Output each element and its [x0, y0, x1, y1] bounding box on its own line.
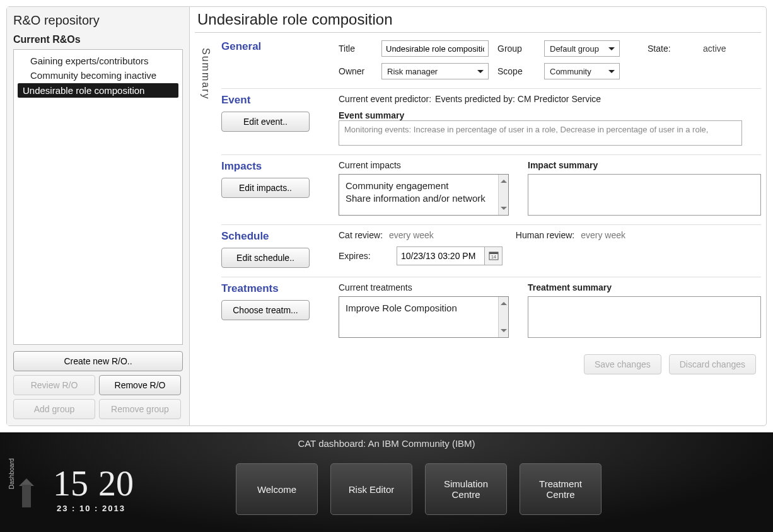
edit-schedule-button[interactable]: Edit schedule..	[221, 248, 310, 268]
cat-review-label: Cat review:	[339, 230, 383, 240]
scroll-down-icon[interactable]	[501, 207, 507, 213]
scroll-up-icon[interactable]	[501, 176, 507, 183]
section-schedule: Schedule Edit schedule.. Cat review: eve…	[221, 224, 761, 277]
current-impacts-label: Current impacts	[339, 160, 509, 170]
human-review-label: Human review:	[516, 230, 574, 240]
section-general: General Title Group Default group State:…	[221, 35, 761, 88]
impact-summary-area[interactable]	[528, 174, 761, 216]
section-impacts: Impacts Edit impacts.. Current impacts C…	[221, 154, 761, 224]
edit-impacts-button[interactable]: Edit impacts..	[221, 178, 310, 198]
list-item[interactable]: Undesirable role composition	[18, 83, 178, 98]
cat-review-value: every week	[389, 230, 434, 240]
impacts-listbox[interactable]: Community engagement Share information a…	[339, 174, 509, 216]
arrow-up-icon	[19, 471, 34, 486]
page-title: Undesirable role composition	[195, 7, 761, 33]
treatments-listbox[interactable]: Improve Role Composition	[339, 296, 509, 338]
scrollbar[interactable]	[498, 297, 508, 337]
event-label: Event	[221, 94, 327, 107]
dock-title: CAT dashboard: An IBM Community (IBM)	[0, 433, 773, 451]
schedule-label: Schedule	[221, 230, 327, 243]
scope-select[interactable]: Community	[544, 63, 620, 79]
dashboard-toggle-label: Dashboard	[8, 458, 15, 489]
list-item[interactable]: Community engagement	[346, 180, 502, 192]
owner-select-value: Risk manager	[387, 67, 438, 76]
treatment-summary-area[interactable]	[528, 296, 761, 338]
main-panel: Undesirable role composition Summary Gen…	[190, 7, 766, 425]
treatments-label: Treatments	[221, 282, 327, 295]
state-label: State:	[648, 43, 685, 54]
event-summary-label: Event summary	[339, 110, 761, 120]
add-group-button[interactable]: Add group	[13, 399, 95, 419]
tile-treatment-centre[interactable]: Treatment Centre	[520, 463, 602, 515]
create-ro-button[interactable]: Create new R/O..	[13, 351, 183, 371]
event-predictor-label: Current event predictor:	[339, 94, 431, 104]
general-label: General	[221, 40, 327, 53]
current-treatments-label: Current treatments	[339, 282, 509, 292]
expires-input[interactable]	[397, 246, 485, 265]
group-label: Group	[497, 43, 535, 54]
sidebar-title: R&O repository	[13, 13, 183, 28]
dashboard-dock: CAT dashboard: An IBM Community (IBM) Da…	[0, 432, 773, 532]
list-item[interactable]: Improve Role Composition	[346, 302, 502, 315]
owner-label: Owner	[339, 66, 373, 76]
clock-minutes: 20	[98, 464, 134, 503]
sidebar: R&O repository Current R&Os Gaining expe…	[7, 7, 190, 425]
group-select[interactable]: Default group	[544, 40, 620, 57]
clock-date: 23 : 10 : 2013	[57, 504, 125, 513]
treatment-summary-label: Treatment summary	[528, 282, 761, 292]
expires-label: Expires:	[339, 251, 388, 261]
svg-rect-1	[489, 252, 498, 254]
review-ro-button[interactable]: Review R/O	[13, 375, 95, 395]
tile-risk-editor[interactable]: Risk Editor	[330, 463, 412, 515]
clock-hours: 15	[53, 464, 88, 503]
arrow-stem-icon	[22, 485, 31, 507]
summary-rail-label: Summary	[200, 48, 211, 100]
impact-summary-label: Impact summary	[528, 160, 761, 170]
section-event: Event Edit event.. Current event predict…	[221, 88, 761, 154]
impacts-label: Impacts	[221, 160, 327, 173]
owner-select[interactable]: Risk manager	[381, 63, 489, 79]
human-review-value: every week	[581, 230, 625, 240]
discard-button[interactable]: Discard changes	[669, 354, 756, 374]
scope-label: Scope	[497, 66, 535, 76]
tile-welcome[interactable]: Welcome	[236, 463, 318, 515]
calendar-icon[interactable]: 14	[485, 246, 503, 265]
tile-simulation-centre[interactable]: Simulation Centre	[425, 463, 507, 515]
scrollbar[interactable]	[498, 175, 508, 215]
remove-group-button[interactable]: Remove group	[99, 399, 181, 419]
svg-text:14: 14	[491, 255, 496, 259]
list-item[interactable]: Community becoming inactive	[14, 68, 182, 83]
list-item[interactable]: Gaining experts/contributors	[14, 54, 182, 68]
title-label: Title	[339, 43, 373, 54]
scroll-up-icon[interactable]	[501, 299, 507, 305]
event-predictor-value: Events predicted by: CM Predictor Servic…	[435, 94, 601, 104]
scroll-down-icon[interactable]	[501, 329, 507, 335]
summary-rail: Summary	[195, 35, 216, 420]
sidebar-subtitle: Current R&Os	[13, 34, 183, 45]
choose-treatments-button[interactable]: Choose treatm...	[221, 300, 310, 320]
title-input[interactable]	[381, 40, 489, 57]
section-treatments: Treatments Choose treatm... Current trea…	[221, 277, 761, 347]
edit-event-button[interactable]: Edit event..	[221, 112, 310, 132]
state-value: active	[703, 43, 726, 54]
clock: 1520 23 : 10 : 2013	[53, 466, 223, 513]
dashboard-toggle[interactable]: Dashboard	[13, 461, 40, 518]
event-summary-box[interactable]: Monitoring events: Increase in percentag…	[339, 120, 742, 146]
list-item[interactable]: Share information and/or network	[346, 192, 502, 205]
ro-list[interactable]: Gaining experts/contributors Community b…	[13, 49, 183, 345]
scope-select-value: Community	[550, 67, 591, 76]
remove-ro-button[interactable]: Remove R/O	[99, 375, 181, 395]
save-button[interactable]: Save changes	[584, 354, 661, 374]
group-select-value: Default group	[550, 44, 599, 54]
